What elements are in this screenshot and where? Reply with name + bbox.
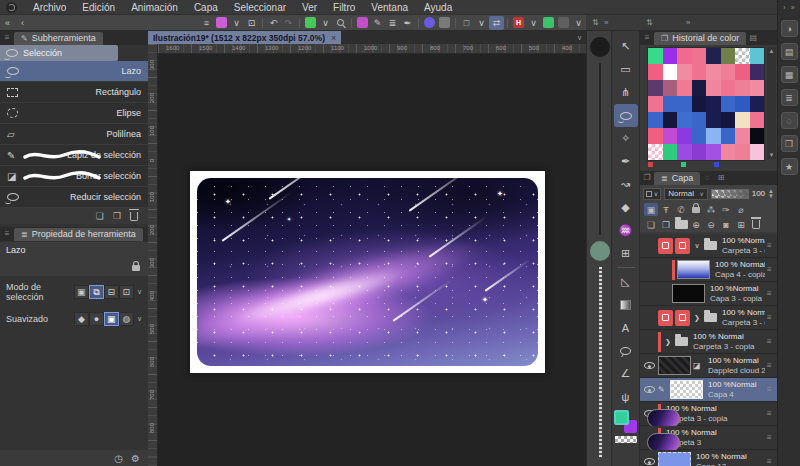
color-swatch-10[interactable] <box>677 64 692 80</box>
add-selection-icon[interactable]: ⧉ <box>89 285 104 299</box>
menu-capa[interactable]: Capa <box>186 0 226 15</box>
menu-icon[interactable]: ≡ <box>199 16 214 30</box>
back-icon[interactable]: ‹ <box>15 16 30 30</box>
folder-expand-icon[interactable]: ∨ <box>692 242 702 250</box>
new-layer-icon[interactable]: ❏ <box>644 218 658 231</box>
color-swatch-47[interactable] <box>750 128 765 144</box>
material-panel-icon[interactable]: ★ <box>781 158 798 175</box>
eyedropper-icon[interactable]: ✒ <box>400 16 415 30</box>
color-swatch-29[interactable] <box>721 96 736 112</box>
mask-ruler-icon[interactable]: Ŧ <box>659 203 673 216</box>
color-swatch-11[interactable] <box>692 64 707 80</box>
layer-menu-icon[interactable]: ≡ <box>767 289 777 298</box>
color-swatch-41[interactable] <box>663 128 678 144</box>
palette-color-combo[interactable]: ∨ <box>643 188 661 200</box>
palette-scrollbar[interactable]: ▲▼ <box>767 47 776 159</box>
foreground-color-swatch[interactable] <box>614 410 629 425</box>
screenshot-icon[interactable]: ⊡ <box>244 16 259 30</box>
flip-horizontal-icon[interactable]: ⇄ <box>489 16 504 30</box>
grid-mini-icon[interactable]: ⊞ <box>714 171 728 185</box>
layer-menu-icon[interactable]: ≡ <box>767 313 777 322</box>
color-swatch-40[interactable] <box>648 128 663 144</box>
panel-collapse-icon[interactable]: » <box>604 18 608 27</box>
new-layer-2-icon[interactable]: ❐ <box>659 218 673 231</box>
balloon-tool-icon[interactable] <box>614 339 638 362</box>
chevron-down-icon[interactable]: ∨ <box>137 288 142 296</box>
color-swatch-55[interactable] <box>750 144 765 160</box>
antialias-strong-icon[interactable]: ◍ <box>119 312 134 326</box>
color-swatch-24[interactable] <box>648 96 663 112</box>
correction-tool-icon[interactable]: ↝ <box>614 173 638 196</box>
link-icon[interactable]: ⁂ <box>704 203 718 216</box>
layer-thumbnail[interactable] <box>670 380 703 399</box>
color-swatch-22[interactable] <box>735 80 750 96</box>
color-swatch-36[interactable] <box>706 112 721 128</box>
color-swatch-4[interactable] <box>706 48 721 64</box>
color-swatch-13[interactable] <box>721 64 736 80</box>
clip-studio-paint-icon[interactable] <box>214 16 229 30</box>
new-subtool-icon[interactable]: ❏ <box>96 211 104 221</box>
new-selection-icon[interactable]: ▣ <box>74 285 89 299</box>
lock-pen-icon[interactable]: ⌀ <box>734 203 748 216</box>
color-swatch-25[interactable] <box>663 96 678 112</box>
visibility-toggle[interactable] <box>642 362 656 369</box>
color-swatch-27[interactable] <box>692 96 707 112</box>
hand-tool-icon[interactable]: ψ <box>614 385 638 408</box>
antialias-none-icon[interactable]: ◆ <box>74 312 89 326</box>
color-swatch-42[interactable] <box>677 128 692 144</box>
color-swatch-1[interactable] <box>663 48 678 64</box>
ruler-tool-icon[interactable]: ◺ <box>614 270 638 293</box>
opacity-stepper[interactable]: ▲▼ <box>768 189 774 199</box>
draft-icon[interactable]: ✑ <box>719 203 733 216</box>
color-swatch-33[interactable] <box>663 112 678 128</box>
layer-mask-icon[interactable]: ◙ <box>719 218 733 231</box>
dock-collapse-icon[interactable]: » <box>791 4 795 11</box>
overlap-selection-icon[interactable]: ⊡ <box>119 285 134 299</box>
color-swatch-43[interactable] <box>692 128 707 144</box>
visibility-toggle[interactable] <box>642 386 656 393</box>
subtool-group-seleccion[interactable]: Selección <box>0 45 118 61</box>
camera-chip-icon[interactable] <box>556 16 571 30</box>
chevron-down-icon[interactable]: ∨ <box>474 16 489 30</box>
frame-tool-icon[interactable]: ▭ <box>614 58 638 81</box>
folder-expand-icon[interactable]: ❯ <box>692 314 702 322</box>
tab-list-chevron-icon[interactable]: ∨ <box>577 34 586 42</box>
paint-chip-icon[interactable] <box>355 16 370 30</box>
menu-archivo[interactable]: Archivo <box>25 0 74 15</box>
panel-collapse-icon[interactable]: ⇅ <box>646 18 653 27</box>
color-swatch-32[interactable] <box>648 112 663 128</box>
layer-row-carpeta-3-copia-2[interactable]: ❯100 % NormalCarpeta 3 - copia 2≡ <box>640 306 777 330</box>
layer-row-carpeta-3-copia-4[interactable]: ∨100 %NormalCarpeta 3 - copia 4≡ <box>640 234 777 258</box>
text-tool-icon[interactable]: A <box>614 316 638 339</box>
lock-icon[interactable] <box>132 265 140 271</box>
color-swatch-26[interactable] <box>677 96 692 112</box>
canvas-page[interactable]: ✦ ✦ ✦ ✦ <box>190 171 545 373</box>
menu-edicion[interactable]: Edición <box>74 0 123 15</box>
panel-collapse-icon[interactable]: ⇅ <box>592 18 599 27</box>
menu-ayuda[interactable]: Ayuda <box>416 0 460 15</box>
layer-menu-icon[interactable]: ≡ <box>767 337 777 346</box>
antialias-mid-icon[interactable]: ▣ <box>104 312 119 326</box>
color-swatch-39[interactable] <box>750 112 765 128</box>
reset-settings-icon[interactable]: ◷ <box>114 453 123 464</box>
layer-thumbnail[interactable] <box>672 284 705 303</box>
antialias-weak-icon[interactable]: ● <box>89 312 104 326</box>
color-swatch-44[interactable] <box>706 128 721 144</box>
layer-menu-icon[interactable]: ≡ <box>767 457 777 466</box>
subtool-item-elipse[interactable]: Elipse <box>0 103 148 124</box>
layer-row-carpeta-3-copia[interactable]: 100 % NormalCarpeta 3 - copia≡ <box>640 402 777 426</box>
blend-tool-icon[interactable]: ♒ <box>614 219 638 242</box>
grid-tool-icon[interactable]: ⊞ <box>614 242 638 265</box>
transfer-down-icon[interactable]: ⊕ <box>689 218 703 231</box>
pen-icon[interactable]: ✎ <box>370 16 385 30</box>
layer-row-dappled-cloud-2[interactable]: ◪100 % NormalDappled cloud 2≡ <box>640 354 777 378</box>
color-swatch-37[interactable] <box>721 112 736 128</box>
color-swatch-35[interactable] <box>692 112 707 128</box>
color-swatch-48[interactable] <box>648 144 663 160</box>
subtool-item-lazo[interactable]: Lazo <box>0 61 148 82</box>
panel-grip-icon[interactable]: ≡ <box>640 31 654 45</box>
layer-thumbnail[interactable] <box>677 260 710 279</box>
chevron-down-icon[interactable]: ∨ <box>526 16 541 30</box>
layer-opacity-value[interactable]: 100 <box>752 189 765 198</box>
layer-menu-icon[interactable]: ≡ <box>767 385 777 394</box>
